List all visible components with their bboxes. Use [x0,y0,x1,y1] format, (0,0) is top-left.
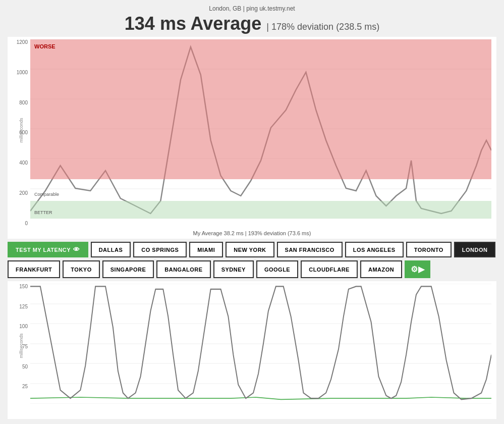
page-container: London, GB | ping uk.testmy.net 134 ms A… [0,0,504,424]
y-label-200: 200 [8,190,28,196]
top-chart-bottom-label: My Average 38.2 ms | 193% deviation (73.… [8,230,496,236]
deviation-text: | 178% deviation (238.5 ms) [266,22,379,32]
bottom-chart-svg [30,284,491,404]
worse-label: WORSE [34,43,55,49]
bottom-chart-area [30,284,491,404]
y-b-100: 100 [8,324,28,329]
city-btn-newyork[interactable]: NEW YORK [226,242,274,257]
test-my-latency-button[interactable]: Test My Latency 👁 [8,242,88,257]
y-label-400: 400 [8,160,28,166]
y-label-600: 600 [8,130,28,135]
city-btn-cosprings[interactable]: CO SPRINGS [133,242,187,257]
average-value: 134 ms Average [125,13,262,34]
top-chart-y-labels: 1200 1000 800 600 400 200 0 [8,37,30,239]
y-b-125: 125 [8,304,28,309]
buttons-row-2: FRANKFURT TOKYO SINGAPORE BANGALORE SYDN… [8,260,496,278]
city-btn-miami[interactable]: MIAMI [189,242,223,257]
y-b-50: 50 [8,364,28,369]
city-btn-sanfrancisco[interactable]: SAN FRANCISCO [277,242,343,257]
main-title: 134 ms Average | 178% deviation (238.5 m… [8,13,496,34]
y-label-1200: 1200 [8,39,28,45]
y-label-800: 800 [8,100,28,105]
test-latency-label: Test My Latency [16,247,71,253]
worse-zone [30,39,491,179]
y-label-1000: 1000 [8,70,28,75]
city-btn-cloudflare[interactable]: CLOUDFLARE [301,260,358,278]
top-chart-area: WORSE Comparable BETTER [30,39,491,219]
buttons-row-1: Test My Latency 👁 DALLAS CO SPRINGS MIAM… [8,242,496,257]
eye-icon: 👁 [73,246,80,253]
y-label-0: 0 [8,221,28,226]
city-btn-tokyo[interactable]: TOKYO [63,260,99,278]
comparable-label: Comparable [34,192,59,197]
city-btn-amazon[interactable]: AMAZON [360,260,402,278]
bottom-chart-y-labels: 150 125 100 75 50 25 [8,281,30,419]
y-b-150: 150 [8,284,28,289]
better-zone [30,201,491,219]
city-btn-sydney[interactable]: SYDNEY [213,260,254,278]
city-btn-losangeles[interactable]: LOS ANGELES [345,242,404,257]
city-btn-google[interactable]: GOOGLE [256,260,298,278]
city-btn-toronto[interactable]: TORONTO [406,242,452,257]
top-chart-container: milliseconds 1200 1000 800 600 400 200 0… [8,37,496,239]
city-btn-frankfurt[interactable]: FRANKFURT [8,260,60,278]
y-b-75: 75 [8,344,28,349]
server-info: London, GB | ping uk.testmy.net [8,5,496,12]
bottom-chart-container: milliseconds 150 125 100 75 50 25 [8,281,496,419]
city-btn-bangalore[interactable]: BANGALORE [156,260,210,278]
better-label: BETTER [34,210,52,215]
y-b-25: 25 [8,384,28,389]
city-btn-dallas[interactable]: DALLAS [91,242,131,257]
city-btn-london[interactable]: LONDON [454,242,496,257]
city-btn-singapore[interactable]: SINGAPORE [102,260,154,278]
eye-settings-button[interactable]: ⚙▶ [405,260,430,278]
header-section: London, GB | ping uk.testmy.net 134 ms A… [8,5,496,34]
